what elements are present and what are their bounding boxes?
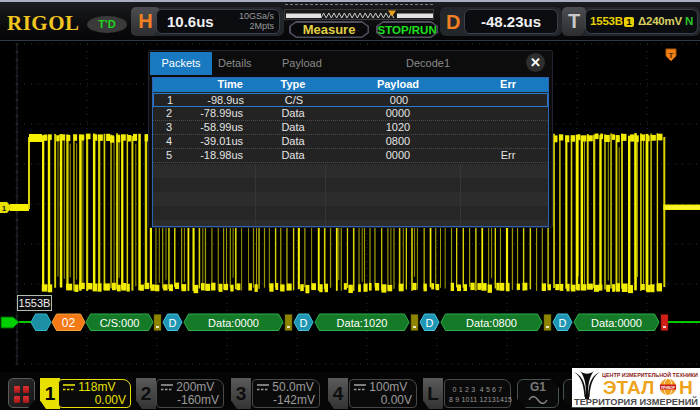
svg-text:ТЕРРИТОРИЯ ИЗМЕРЕНИЙ: ТЕРРИТОРИЯ ИЗМЕРЕНИЙ bbox=[574, 396, 698, 407]
svg-text:Data:0800: Data:0800 bbox=[466, 317, 517, 329]
svg-text:Data:0000: Data:0000 bbox=[591, 317, 642, 329]
svg-text:D: D bbox=[559, 317, 567, 329]
svg-text:ЭТАЛ: ЭТАЛ bbox=[603, 377, 654, 398]
svg-text:Н: Н bbox=[679, 377, 693, 398]
svg-text:1: 1 bbox=[2, 204, 7, 213]
svg-text:ПРИБОР: ПРИБОР bbox=[661, 385, 675, 390]
svg-text:02: 02 bbox=[62, 316, 76, 330]
svg-text:D: D bbox=[169, 317, 177, 329]
svg-text:T: T bbox=[669, 51, 674, 60]
svg-text:C/S:000: C/S:000 bbox=[100, 317, 140, 329]
svg-text:D: D bbox=[426, 317, 434, 329]
svg-text:Data:1020: Data:1020 bbox=[337, 317, 388, 329]
svg-text:D: D bbox=[300, 317, 308, 329]
svg-text:Data:0000: Data:0000 bbox=[208, 317, 259, 329]
